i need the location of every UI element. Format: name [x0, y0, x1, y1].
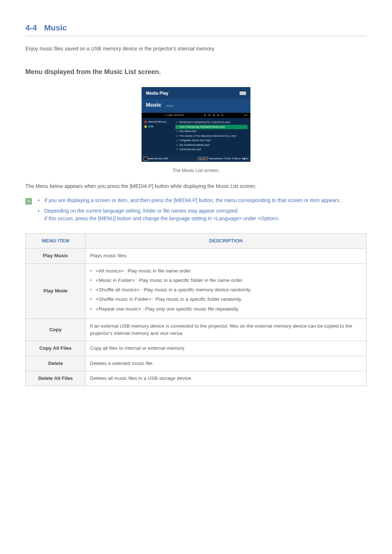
file-row: ♫The Jewels of The Madonna Intermezzo No…	[175, 134, 248, 139]
note-icon: ✎	[25, 198, 32, 205]
col-menu-item: MENU ITEM	[26, 234, 86, 249]
table-row: Play MusicPlays music files.	[26, 249, 367, 263]
option-item: <All musics> : Play music in file name o…	[90, 267, 362, 275]
mp-path: /Music	[166, 104, 174, 108]
note-block: ✎ If you are displaying a screen or item…	[25, 197, 367, 225]
section-title: Music	[44, 22, 67, 34]
table-row: Delete All FilesDeletes all music files …	[26, 371, 367, 386]
option-item: <Music in Folder> : Play music in a spec…	[90, 277, 362, 284]
description-cell: Deletes all music files in a USB storage…	[86, 371, 367, 386]
description-cell: If an external USB memory device is conn…	[86, 319, 367, 341]
table-row: CopyIf an external USB memory device is …	[26, 319, 367, 341]
source-internal: Internal Memory	[144, 120, 175, 124]
safely-remove-label: Safely Remove USB	[148, 157, 168, 160]
mp-info-size: 7.1 MB / 00:03:07	[164, 114, 184, 118]
file-name: The Jewels of The Madonna Intermezzo No.…	[179, 134, 236, 138]
subheading: Menu displayed from the Music List scree…	[25, 67, 367, 77]
section-number: 4-4	[25, 22, 37, 34]
mp-source-list: Internal Memory USB	[144, 120, 175, 152]
file-name: Hungarian Dance No.5.mp3	[179, 139, 211, 143]
option-item: <Shuffle music in Folder> : Play music i…	[90, 296, 362, 303]
music-note-icon: ♫	[176, 148, 178, 152]
mp-info-bar: 7.1 MB / 00:03:07 ↻ ↻ ⤨ ⤨ ↻ 1/7	[142, 113, 250, 118]
file-name: Die Schlittschuhläufer.mp3	[179, 143, 209, 147]
table-row: DeleteDeletes a selected music file.	[26, 356, 367, 371]
source-usb: USB	[144, 125, 175, 129]
mp-footer: □ Safely Remove USB Media.P Menu ■ Move …	[142, 156, 250, 162]
footer-hints: Menu ■ Move ⏎ Enter ⮌ Return ◄▮Exit	[209, 157, 248, 160]
music-note-icon: ♫	[176, 130, 178, 134]
file-row: ♫GreenSleeves.mp3	[175, 147, 248, 152]
description-cell: Deletes a selected music file.	[86, 356, 367, 371]
option-item: <Shuffle all musics> : Play music in a s…	[90, 286, 362, 294]
file-row: ♫Die Schlittschuhläufer.mp3	[175, 143, 248, 148]
music-note-icon: ♫	[176, 143, 178, 147]
menu-item-cell: Copy All Files	[26, 341, 86, 356]
menu-item-cell: Play Mode	[26, 263, 86, 319]
col-description: DESCRIPTION	[86, 234, 367, 249]
note-list: If you are displaying a screen or item, …	[38, 197, 341, 225]
media-play-window: Media Play Music /Music 7.1 MB / 00:03:0…	[142, 87, 250, 162]
menu-table: MENU ITEM DESCRIPTION Play MusicPlays mu…	[25, 233, 367, 386]
repeat-shuffle-icons: ↻ ↻ ⤨ ⤨ ↻	[204, 114, 224, 118]
screenshot-figure: Media Play Music /Music 7.1 MB / 00:03:0…	[25, 87, 367, 162]
menu-item-cell: Delete	[26, 356, 86, 371]
file-name: Leon F&nbsp;leig 14(charity Music).mp3	[179, 125, 225, 129]
source-label: Internal Memory	[148, 120, 167, 124]
file-row: ♫Beethoven's Symphony No. 9 (Scherzo).mp…	[175, 120, 248, 125]
note-item: Depending on the current language settin…	[38, 207, 341, 222]
description-cell: <All musics> : Play music in file name o…	[86, 263, 367, 319]
mp-info-index: 1/7	[244, 114, 248, 118]
divider	[25, 36, 367, 36]
mp-file-list: ♫Beethoven's Symphony No. 9 (Scherzo).mp…	[175, 120, 248, 152]
figure-caption: The Music List screen.	[25, 167, 367, 174]
menu-item-cell: Copy	[26, 319, 86, 341]
mp-mode: Music	[146, 101, 162, 109]
usb-icon	[240, 91, 246, 95]
mp-footer-right: Media.P Menu ■ Move ⏎ Enter ⮌ Return ◄▮E…	[198, 157, 248, 160]
square-yellow-icon	[144, 126, 147, 128]
mp-footer-left: □ Safely Remove USB	[144, 157, 168, 161]
music-note-icon: ♫	[176, 125, 178, 129]
file-name: Beethoven's Symphony No. 9 (Scherzo).mp3	[179, 120, 230, 124]
source-label: USB	[148, 125, 153, 129]
description-cell: Copy all files to internal or external m…	[86, 341, 367, 356]
mp-mode-bar: Music /Music	[142, 99, 250, 113]
description-cell: Plays music files.	[86, 249, 367, 263]
file-row: ♫Hungarian Dance No.5.mp3	[175, 138, 248, 143]
mp-title: Media Play	[146, 90, 168, 97]
footer-btn-icon: □	[144, 157, 147, 161]
file-name: Ave Maria.mp3	[179, 130, 196, 134]
music-note-icon: ♫	[176, 139, 178, 143]
table-row: Copy All FilesCopy all files to internal…	[26, 341, 367, 356]
table-row: Play Mode<All musics> : Play music in fi…	[26, 263, 367, 319]
music-note-icon: ♫	[176, 120, 178, 124]
section-header: 4-4 Music	[25, 22, 367, 36]
option-list: <All musics> : Play music in file name o…	[90, 267, 362, 313]
mp-body: Internal Memory USB ♫Beethoven's Symphon…	[142, 118, 250, 156]
intro-text: Enjoy music files saved on a USB memory …	[25, 45, 367, 53]
mediap-btn-label: Media.P	[198, 157, 208, 160]
file-row: ♫Ave Maria.mp3	[175, 129, 248, 134]
file-name: GreenSleeves.mp3	[179, 148, 201, 152]
menu-item-cell: Delete All Files	[26, 371, 86, 386]
file-row: ♫Leon F&nbsp;leig 14(charity Music).mp3	[175, 125, 248, 130]
option-item: <Repeat one music> : Play only one speci…	[90, 305, 362, 313]
menu-item-cell: Play Music	[26, 249, 86, 263]
square-red-icon	[144, 121, 147, 123]
mp-titlebar: Media Play	[142, 87, 250, 99]
music-note-icon: ♫	[176, 134, 178, 138]
body-paragraph: The Menu below appears when you press th…	[25, 182, 367, 190]
note-item: If you are displaying a screen or item, …	[38, 197, 341, 204]
